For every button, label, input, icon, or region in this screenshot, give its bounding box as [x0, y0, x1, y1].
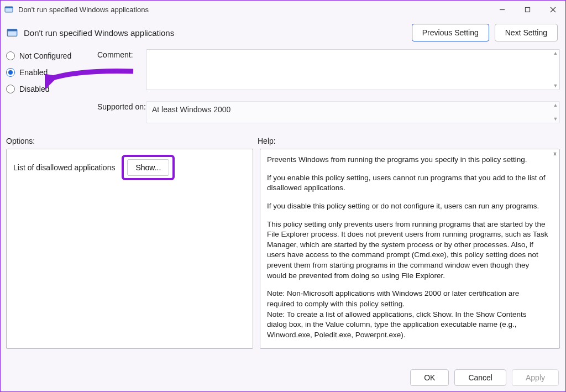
- help-paragraph: Note: Non-Microsoft applications with Wi…: [267, 289, 548, 309]
- supported-on-label: Supported on:: [97, 101, 140, 111]
- maximize-button[interactable]: [515, 1, 540, 18]
- apply-button[interactable]: Apply: [512, 369, 559, 386]
- supported-on-value: At least Windows 2000: [152, 105, 230, 114]
- svg-rect-1: [5, 7, 13, 8]
- disallowed-list-label: List of disallowed applications: [13, 163, 115, 172]
- state-radio-group: Not Configured Enabled Disabled: [6, 49, 97, 123]
- radio-icon: [6, 51, 15, 60]
- help-paragraph: If you disable this policy setting or do…: [267, 201, 548, 212]
- radio-not-configured[interactable]: Not Configured: [6, 51, 97, 60]
- title-bar: Don't run specified Windows applications: [1, 1, 565, 18]
- radio-label: Enabled: [19, 68, 48, 77]
- radio-disabled[interactable]: Disabled: [6, 85, 97, 93]
- help-label: Help:: [258, 137, 276, 145]
- options-label: Options:: [6, 137, 258, 145]
- chevron-down-icon[interactable]: ▼: [552, 151, 558, 346]
- chevron-up-icon: ▲: [553, 103, 558, 108]
- comment-label: Comment:: [97, 49, 140, 59]
- previous-setting-button[interactable]: Previous Setting: [412, 24, 489, 41]
- radio-label: Disabled: [19, 85, 49, 93]
- comment-input[interactable]: ▲ ▼: [146, 49, 560, 90]
- config-row: Not Configured Enabled Disabled Comment:…: [1, 47, 565, 123]
- radio-icon: [6, 85, 15, 93]
- ok-button[interactable]: OK: [410, 369, 449, 386]
- help-paragraph: This policy setting only prevents users …: [267, 219, 548, 281]
- supported-on-box: At least Windows 2000 ▲ ▼: [146, 101, 560, 123]
- dialog-footer: OK Cancel Apply: [410, 369, 559, 386]
- chevron-down-icon[interactable]: ▼: [553, 83, 558, 88]
- options-pane: List of disallowed applications Show...: [6, 149, 253, 349]
- window-title: Don't run specified Windows applications: [18, 6, 149, 14]
- svg-rect-3: [525, 7, 530, 12]
- help-paragraph: If you enable this policy setting, users…: [267, 173, 548, 194]
- pane-labels: Options: Help:: [1, 123, 565, 149]
- help-paragraph: Prevents Windows from running the progra…: [267, 155, 548, 165]
- chevron-up-icon[interactable]: ▲: [553, 51, 558, 56]
- radio-enabled[interactable]: Enabled: [6, 68, 97, 77]
- chevron-down-icon: ▼: [553, 117, 558, 122]
- minimize-button[interactable]: [489, 1, 515, 18]
- svg-rect-7: [7, 29, 17, 32]
- next-setting-button[interactable]: Next Setting: [495, 24, 558, 41]
- header-row: Don't run specified Windows applications…: [1, 18, 565, 47]
- close-button[interactable]: [540, 1, 565, 18]
- policy-icon: [4, 4, 14, 14]
- policy-icon: [6, 27, 18, 39]
- annotation-highlight: Show...: [122, 155, 175, 180]
- show-button[interactable]: Show...: [127, 159, 169, 176]
- help-pane: Prevents Windows from running the progra…: [260, 149, 560, 349]
- radio-label: Not Configured: [19, 51, 71, 60]
- radio-icon: [6, 68, 15, 77]
- cancel-button[interactable]: Cancel: [454, 369, 506, 386]
- setting-title: Don't run specified Windows applications: [24, 28, 174, 38]
- dialog-window: Don't run specified Windows applications…: [0, 0, 566, 392]
- help-paragraph: Note: To create a list of allowed applic…: [267, 310, 548, 341]
